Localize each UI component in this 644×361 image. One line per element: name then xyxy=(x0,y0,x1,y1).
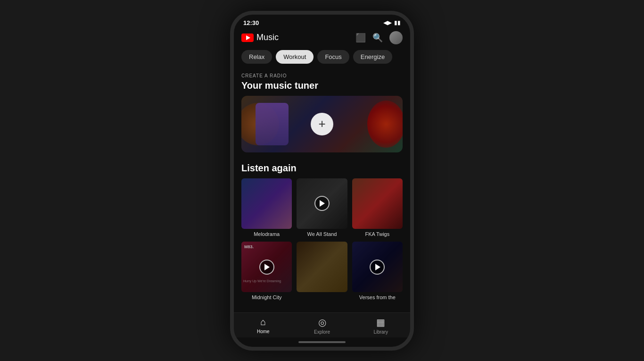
listen-again-section: Listen again Melodrama xyxy=(234,160,410,305)
section-label: CREATE A RADIO xyxy=(234,68,410,79)
album-thumb-m83: M83. Hurry Up We're Dreaming xyxy=(241,242,292,292)
album-item-verses[interactable]: Verses from the xyxy=(352,242,403,300)
status-time: 12:30 xyxy=(243,19,259,26)
home-indicator-bar xyxy=(298,341,346,343)
album-name-we-all-stand: We All Stand xyxy=(297,231,347,237)
top-bar: Music ⬛ 🔍 xyxy=(234,28,410,48)
app-title: Music xyxy=(256,33,279,42)
home-indicator xyxy=(234,337,410,347)
phone-frame: 12:30 ◀▶ ▮▮ Music ⬛ 🔍 Relax Workout Focu… xyxy=(230,11,414,351)
album-item-we-all-stand[interactable]: We All Stand xyxy=(297,178,347,237)
play-triangle-icon-m83 xyxy=(264,264,270,270)
album-thumb-verses xyxy=(352,242,403,292)
explore-icon: ◎ xyxy=(318,317,326,328)
nav-label-home: Home xyxy=(257,329,270,334)
top-bar-actions: ⬛ 🔍 xyxy=(355,31,403,44)
album-thumb-we-all-stand xyxy=(297,178,347,229)
cast-icon[interactable]: ⬛ xyxy=(355,33,366,43)
listen-again-title: Listen again xyxy=(234,160,410,178)
play-overlay-m83 xyxy=(241,242,292,292)
album-item-tree[interactable] xyxy=(297,242,347,300)
chip-focus[interactable]: Focus xyxy=(317,50,349,64)
album-name-midnight-city: Midnight City xyxy=(241,294,292,300)
status-bar: 12:30 ◀▶ ▮▮ xyxy=(234,15,410,28)
nav-label-explore: Explore xyxy=(314,329,330,335)
play-circle-m83 xyxy=(259,260,274,275)
nav-item-explore[interactable]: ◎ Explore xyxy=(293,317,352,335)
library-icon: ▦ xyxy=(376,317,385,328)
status-icons: ◀▶ ▮▮ xyxy=(383,19,401,26)
power-button xyxy=(412,90,414,118)
camera-notch xyxy=(320,20,324,25)
tuner-person-image xyxy=(256,103,289,145)
play-overlay xyxy=(297,178,347,229)
album-item-midnight-city[interactable]: M83. Hurry Up We're Dreaming Midnight Ci… xyxy=(241,242,292,300)
chip-relax[interactable]: Relax xyxy=(241,50,272,64)
play-overlay-verses xyxy=(352,242,403,292)
bottom-nav: ⌂ Home ◎ Explore ▦ Library xyxy=(234,312,410,337)
nav-item-library[interactable]: ▦ Library xyxy=(351,317,410,335)
tuner-bg-right xyxy=(367,101,403,148)
chip-energize[interactable]: Energize xyxy=(353,50,392,64)
play-circle xyxy=(314,196,330,211)
nav-label-library: Library xyxy=(373,329,388,335)
album-item-melodrama[interactable]: Melodrama xyxy=(241,178,292,237)
play-circle-verses xyxy=(370,260,385,275)
logo-area: Music xyxy=(241,33,279,42)
play-triangle-icon xyxy=(320,200,325,207)
section-title: Your music tuner xyxy=(234,79,410,96)
content-scroll[interactable]: CREATE A RADIO Your music tuner + Listen… xyxy=(234,68,410,312)
music-tuner-section: CREATE A RADIO Your music tuner + xyxy=(234,68,410,152)
tuner-plus-button[interactable]: + xyxy=(311,113,333,135)
search-icon[interactable]: 🔍 xyxy=(372,33,383,43)
chip-workout[interactable]: Workout xyxy=(276,50,314,64)
home-icon: ⌂ xyxy=(260,317,266,327)
album-name-fka-twigs: FKA Twigs xyxy=(352,231,403,237)
nav-item-home[interactable]: ⌂ Home xyxy=(234,317,293,334)
battery-icon: ▮▮ xyxy=(394,19,401,26)
signal-icon: ◀▶ xyxy=(383,19,392,26)
tuner-banner[interactable]: + xyxy=(241,96,403,152)
album-grid: Melodrama We All Stand xyxy=(234,178,410,305)
album-thumb-melodrama xyxy=(241,178,292,229)
phone-screen: 12:30 ◀▶ ▮▮ Music ⬛ 🔍 Relax Workout Focu… xyxy=(234,15,410,347)
volume-up-button xyxy=(230,81,232,95)
album-thumb-tree xyxy=(297,242,347,292)
avatar[interactable] xyxy=(389,31,403,44)
album-name-verses: Verses from the xyxy=(352,294,403,300)
album-name-melodrama: Melodrama xyxy=(241,231,292,237)
volume-down-button xyxy=(230,100,232,123)
play-triangle-icon-verses xyxy=(375,264,380,270)
mood-chips-row: Relax Workout Focus Energize xyxy=(234,48,410,68)
album-thumb-fka-twigs xyxy=(352,178,403,229)
youtube-logo-icon xyxy=(241,34,254,42)
album-item-fka-twigs[interactable]: FKA Twigs xyxy=(352,178,403,237)
